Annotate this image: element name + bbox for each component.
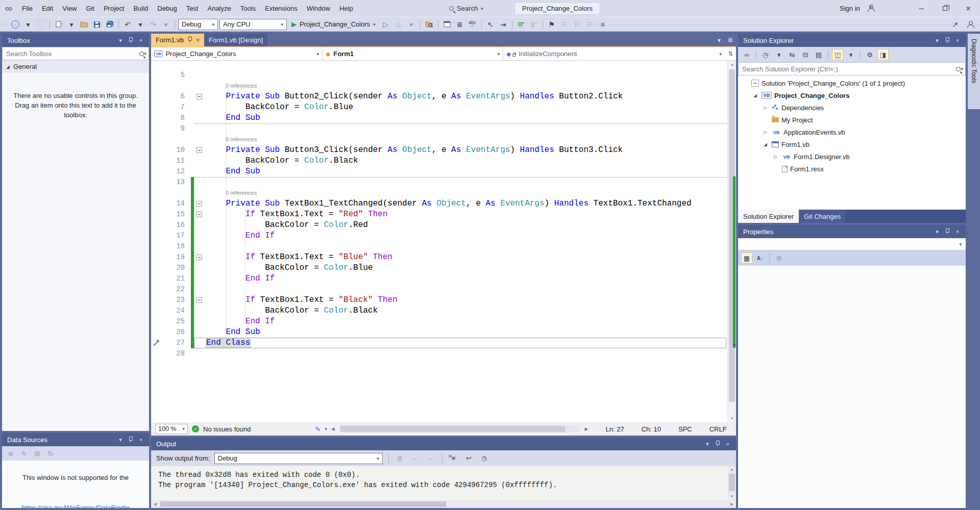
format-indent-button[interactable]: ⇥ <box>498 19 509 30</box>
code-row-10[interactable]: 10 Private Sub Button3_Click(sender As O… <box>151 145 727 156</box>
pin-icon[interactable] <box>942 37 952 44</box>
code-row-26[interactable]: 26 End Sub <box>151 327 727 338</box>
outlining-margin[interactable] <box>194 198 205 209</box>
outlining-margin[interactable] <box>194 252 205 263</box>
solution-explorer-header[interactable]: Solution Explorer ▾ × <box>738 34 966 47</box>
code-row-28[interactable]: 28 <box>151 348 727 359</box>
data-binding-link[interactable]: https://aka.ms/WinForms/DataBindin <box>22 504 130 508</box>
scroll-left-icon[interactable]: ◀ <box>331 426 335 431</box>
editor-options-gear-icon[interactable]: ⚙ <box>725 37 736 44</box>
toolbar-overflow-button[interactable]: ≡ <box>597 19 608 30</box>
pending-changes-filter-icon[interactable]: ◷ <box>760 49 771 60</box>
expander-collapsed-icon[interactable]: ▷ <box>762 105 769 110</box>
filter-chevron-icon[interactable]: ▾ <box>773 49 785 60</box>
codelens-references[interactable]: 0 references <box>226 190 257 196</box>
tree-item-form1-resx[interactable]: Form1.resx <box>738 163 966 175</box>
new-project-chevron-icon[interactable]: ▾ <box>66 19 77 30</box>
type-dropdown[interactable]: ◆ Form1 ▾ <box>323 47 503 60</box>
issues-status[interactable]: No issues found <box>203 425 251 433</box>
expander-expanded-icon[interactable]: ◢ <box>751 93 759 98</box>
line-structure-button[interactable]: ≣ <box>454 19 465 30</box>
tree-item-applicationevents-vb[interactable]: ▷VBApplicationEvents.vb <box>738 126 966 138</box>
tree-item-project-change-colors[interactable]: ◢VBProject_Change_Colors <box>738 89 966 101</box>
toolbox-search[interactable]: ▾ <box>2 47 149 60</box>
code-row-14[interactable]: 14 Private Sub TextBox1_TextChanged(send… <box>151 198 727 209</box>
project-dropdown[interactable]: VB Project_Change_Colors ▾ <box>151 47 323 60</box>
pin-icon[interactable] <box>942 228 952 236</box>
member-dropdown[interactable]: ◆ InitializeComponent ▾ <box>503 47 725 60</box>
navigate-forward-button[interactable]: → <box>35 19 46 30</box>
start-without-debugging-button[interactable]: ▷ <box>380 19 391 30</box>
navigate-back-button[interactable]: ← <box>10 19 21 30</box>
share-button[interactable]: ↗ <box>949 19 961 30</box>
toolbox-group-general[interactable]: ◢ General <box>2 60 149 73</box>
close-icon[interactable]: × <box>136 437 146 443</box>
editor-vertical-scrollbar[interactable]: ▲ ▼ <box>727 61 736 422</box>
code-row-15[interactable]: 15 If TextBox1.Text = "Red" Then <box>151 209 727 220</box>
property-pages-wrench-icon[interactable]: ⚙ <box>773 252 785 264</box>
window-position-chevron-icon[interactable]: ▾ <box>932 37 942 44</box>
collapse-all-icon[interactable]: ⊟ <box>800 49 811 60</box>
properties-wrench-icon[interactable]: ⚙ <box>864 49 875 60</box>
undo-button[interactable]: ↶ <box>122 19 133 30</box>
solution-explorer-search[interactable]: ▾ <box>738 62 966 75</box>
tab-diagnostic-tools[interactable]: Diagnostic Tools <box>968 34 980 109</box>
code-row-18[interactable]: 18 <box>151 241 727 252</box>
code-row-7[interactable]: 7 BackColor = Color.Blue <box>151 102 727 113</box>
navigate-back-chevron-icon[interactable]: ▾ <box>22 19 34 30</box>
search-control[interactable]: Search ▾ <box>449 0 483 17</box>
code-row-16[interactable]: 16 BackColor = Color.Red <box>151 220 727 231</box>
close-button[interactable]: × <box>957 0 980 17</box>
code-row-13[interactable]: 13 <box>151 177 727 188</box>
output-header[interactable]: Output ▾ × <box>151 438 736 450</box>
code-row-24[interactable]: 24 BackColor = Color.Black <box>151 305 727 316</box>
code-row-8[interactable]: 8 End Sub <box>151 113 727 123</box>
new-project-button[interactable] <box>53 19 64 30</box>
scroll-right-icon[interactable]: ▶ <box>585 426 589 431</box>
open-file-button[interactable] <box>79 19 90 30</box>
find-in-files-button[interactable] <box>424 19 435 30</box>
tree-item-form1-vb[interactable]: ◢Form1.vb <box>738 138 966 150</box>
close-icon[interactable]: × <box>136 37 146 43</box>
uncomment-selection-button[interactable]: '2 <box>528 19 540 30</box>
toggle-bookmark-button[interactable]: ⚑ <box>546 19 557 30</box>
alphabetical-sort-icon[interactable]: A↓ <box>754 252 766 264</box>
menu-edit[interactable]: Edit <box>37 0 58 17</box>
menu-help[interactable]: Help <box>335 0 358 17</box>
code-row-5[interactable]: 5 <box>151 70 727 81</box>
window-position-chevron-icon[interactable]: ▾ <box>932 228 942 235</box>
refresh-icon[interactable]: ↻ <box>45 448 56 459</box>
code-row-17[interactable]: 17 End If <box>151 231 727 241</box>
window-position-chevron-icon[interactable]: ▾ <box>702 441 713 447</box>
preview-selected-items-icon[interactable]: ◨ <box>877 49 889 60</box>
pin-icon[interactable] <box>126 436 136 444</box>
code-row-21[interactable]: 21 End If <box>151 273 727 284</box>
split-window-button[interactable]: ⇅ <box>725 47 736 60</box>
spell-check-button[interactable]: abc✓ <box>467 19 478 30</box>
tree-item-dependencies[interactable]: ▷Dependencies <box>738 101 966 114</box>
find-message-icon[interactable]: ≣ <box>395 453 406 464</box>
code-row-19[interactable]: 19 If TextBox1.Text = "Blue" Then <box>151 252 727 263</box>
properties-header[interactable]: Properties ▾ × <box>738 225 966 238</box>
menu-tools[interactable]: Tools <box>236 0 260 17</box>
menu-test[interactable]: Test <box>182 0 203 17</box>
code-row-9[interactable]: 9 <box>151 123 727 134</box>
line-indicator[interactable]: Ln: 27 <box>606 425 624 433</box>
next-bookmark-button[interactable]: ⚐ <box>572 19 583 30</box>
show-all-files-icon[interactable]: ▤ <box>813 49 824 60</box>
categorized-view-icon[interactable]: ▦ <box>741 252 752 264</box>
code-row-20[interactable]: 20 BackColor = Color.Blue <box>151 263 727 273</box>
close-icon[interactable]: × <box>196 37 200 44</box>
active-files-chevron-icon[interactable]: ▾ <box>714 37 725 44</box>
tab-form1-vb[interactable]: Form1.vb × <box>151 34 204 46</box>
clear-bookmarks-button[interactable]: ⚐ <box>584 19 596 30</box>
save-button[interactable] <box>91 19 103 30</box>
next-message-icon[interactable]: → <box>425 453 436 464</box>
spaces-indicator[interactable]: SPC <box>678 425 692 433</box>
preview-window-button[interactable] <box>442 19 453 30</box>
tree-item-form1-designer-vb[interactable]: ▷VBForm1.Designer.vb <box>738 150 966 163</box>
codelens-references[interactable]: 0 references <box>226 83 257 89</box>
save-all-button[interactable] <box>104 19 115 30</box>
close-icon[interactable]: × <box>952 228 963 235</box>
chevron-down-icon[interactable]: ▾ <box>325 426 327 431</box>
